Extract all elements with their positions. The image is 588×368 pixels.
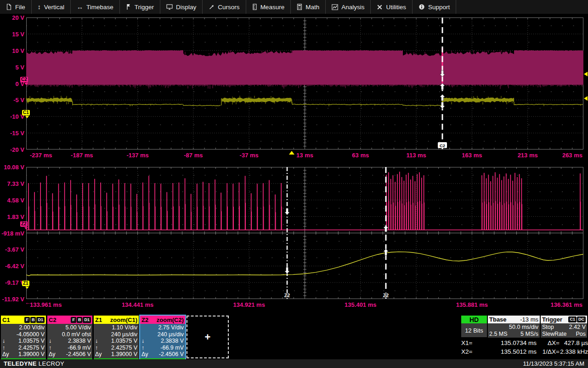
voltage-tick-label: 10 V: [0, 47, 24, 54]
measure-gauge-icon: [252, 4, 257, 10]
menu-utilities[interactable]: Utilities: [371, 0, 413, 14]
channel-name: Z1: [95, 316, 102, 323]
menu-timebase-label: Timebase: [86, 4, 113, 11]
time-tick-label: 134.441 ms: [122, 301, 153, 308]
oscilloscope-screen: File ↕ Vertical ↔ Timebase Trigger Displ…: [0, 0, 588, 368]
descriptor-header-c2[interactable]: C2 FBD1: [47, 316, 92, 324]
time-tick-label: 134.921 ms: [233, 301, 265, 308]
hd-mode-header: HD: [461, 316, 487, 323]
descriptor-header-z2[interactable]: Z2 zoom(C2): [140, 316, 185, 324]
trigger-slope: Pos: [576, 331, 586, 338]
menu-trigger[interactable]: Trigger: [120, 0, 160, 14]
descriptor-row: ↑-66.9 mV: [49, 345, 91, 351]
hd-mode-box[interactable]: HD 12 Bits: [461, 316, 487, 337]
descriptor-row: Δy-2.4506 V: [49, 351, 91, 358]
descriptor-values: 5.00 V/div0.0 mV ofst↓2.3838 V↑-66.9 mVΔ…: [47, 324, 92, 358]
descriptor-box-c1[interactable]: C1 FBD1 2.00 V/div-4.05000 V↓1.03575 V↑2…: [1, 316, 46, 359]
badge-d1: D1: [83, 317, 91, 323]
trigger-type: SlewRate: [542, 331, 567, 338]
cursor-arrow-marker: [384, 249, 389, 255]
descriptor-header-c1[interactable]: C1 FBD1: [1, 316, 46, 324]
timebase-box[interactable]: Tbase -13 ms 50.0 ms/div 2.5 MS 5 MS/s: [488, 316, 540, 338]
cursor-arrow-marker: [384, 225, 389, 232]
voltage-tick-label: -6.42 V: [0, 263, 24, 270]
menu-math-label: Math: [305, 4, 319, 11]
badge-dc: DC: [577, 316, 586, 322]
timebase-label: Tbase: [489, 316, 507, 323]
chart-icon: [332, 4, 338, 10]
voltage-tick-label: -11.92 V: [0, 296, 24, 303]
cursor-arrow-icon: [209, 4, 215, 10]
menu-vertical[interactable]: ↕ Vertical: [32, 0, 71, 14]
menu-file-label: File: [15, 4, 25, 11]
menu-measure[interactable]: Measure: [246, 0, 291, 14]
dx-label: ΔX=: [537, 339, 560, 346]
trigger-time-marker[interactable]: [289, 151, 294, 155]
trigger-level-marker-lower[interactable]: [584, 96, 588, 101]
menu-timebase[interactable]: ↔ Timebase: [71, 0, 120, 14]
descriptor-row: 2.00 V/div: [2, 324, 45, 331]
descriptor-row: 1.10 V/div: [95, 324, 137, 331]
descriptor-box-z2[interactable]: Z2 zoom(C2) 2.75 V/div240 µs/div↓2.3838 …: [140, 316, 185, 359]
time-tick-label: 63 ms: [352, 152, 369, 159]
brand-bold: TELEDYNE: [4, 360, 37, 367]
voltage-tick-label: -10 V: [0, 113, 24, 120]
cursor-arrow-marker: [285, 208, 290, 215]
menu-display-label: Display: [176, 4, 196, 11]
timebase-scale: 50.0 ms/div: [509, 324, 538, 331]
add-trace-button[interactable]: +: [187, 316, 229, 358]
pan-left-arrow[interactable]: ←: [25, 299, 31, 306]
time-tick-label: 13 ms: [296, 152, 313, 159]
inv-dx-value: 2.338 kHz: [560, 348, 588, 355]
c1-ground-marker[interactable]: C1: [22, 110, 30, 115]
time-tick-label: 136.361 ms: [551, 301, 582, 308]
descriptor-row: Δy-2.4506 V: [141, 351, 184, 358]
trigger-box[interactable]: Trigger C1DC Stop 2.42 V SlewRate Pos: [541, 316, 587, 338]
z2-ground-marker[interactable]: Z2: [20, 221, 28, 227]
dx-value: 427.8 µs: [560, 339, 588, 346]
descriptor-values: 1.10 V/div240 µs/div↓1.03575 V↑2.42575 V…: [94, 324, 139, 358]
main-cursor-label: C2: [440, 143, 445, 148]
menu-trigger-label: Trigger: [135, 4, 154, 11]
menu-file[interactable]: File: [0, 0, 32, 14]
c2-ground-marker[interactable]: C2: [20, 77, 28, 82]
tools-icon: [377, 4, 383, 10]
horizontal-arrows-icon: ↔: [77, 4, 83, 10]
descriptor-box-c2[interactable]: C2 FBD1 5.00 V/div0.0 mV ofst↓2.3838 V↑-…: [47, 316, 92, 359]
z2-ground-marker-arrow: [24, 227, 28, 230]
badge-b: B: [77, 317, 83, 323]
menu-cursors[interactable]: Cursors: [203, 0, 246, 14]
plus-icon: +: [205, 331, 211, 343]
time-tick-label: 135.881 ms: [456, 301, 488, 308]
badge-f: F: [71, 317, 76, 323]
voltage-tick-label: -5 V: [0, 97, 24, 104]
menu-support[interactable]: Support: [413, 0, 456, 14]
descriptor-values: 2.75 V/div240 µs/div↓2.3838 V↑-66.9 mVΔy…: [140, 324, 185, 358]
cursor-readout: X1= 135.0734 ms ΔX= 427.8 µs X2= 135.501…: [461, 339, 588, 355]
status-bar: TELEDYNELECROY 11/13/2023 5:37:15 AM: [0, 359, 588, 368]
descriptor-box-z1[interactable]: Z1 zoom(C1) 1.10 V/div240 µs/div↓1.03575…: [94, 316, 139, 359]
time-tick-label: 213 ms: [518, 152, 538, 159]
channel-name: C2: [49, 316, 57, 323]
z1-ground-marker[interactable]: Z1: [22, 281, 29, 286]
main-waveform-plot: C2: [26, 17, 583, 150]
inv-dx-label: 1/ΔX=: [537, 348, 560, 355]
menu-math[interactable]: Math: [291, 0, 326, 14]
menu-display[interactable]: Display: [160, 0, 203, 14]
time-tick-label: 163 ms: [462, 152, 482, 159]
descriptor-row: ↑2.42575 V: [2, 345, 45, 351]
trigger-flag-icon: [126, 4, 131, 10]
menu-utilities-label: Utilities: [386, 4, 406, 11]
time-tick-label: -37 ms: [240, 152, 259, 159]
voltage-tick-label: 10.08 V: [0, 164, 24, 171]
c1-ground-marker-arrow: [25, 116, 29, 118]
menu-analysis[interactable]: Analysis: [326, 0, 371, 14]
descriptor-row: ↓2.3838 V: [141, 338, 184, 345]
descriptor-row: 0.0 mV ofst: [49, 331, 91, 338]
voltage-tick-label: 15 V: [0, 31, 24, 38]
descriptor-row: ↓2.3838 V: [49, 338, 91, 345]
trigger-level-marker-upper[interactable]: [584, 72, 588, 76]
voltage-tick-label: 1.83 V: [0, 213, 24, 220]
vertical-arrows-icon: ↕: [38, 4, 41, 10]
descriptor-header-z1[interactable]: Z1 zoom(C1): [94, 316, 139, 324]
